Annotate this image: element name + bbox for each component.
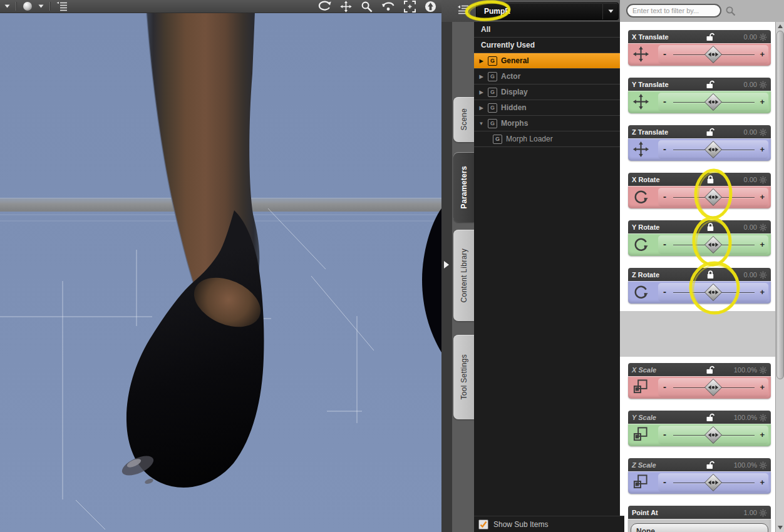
slider-decrement[interactable]: -	[663, 143, 666, 154]
lock-open-icon[interactable]	[706, 365, 716, 377]
collapsed-triangle-icon[interactable]: ▶	[478, 58, 484, 64]
viewport-3d[interactable]	[0, 13, 441, 532]
slider-handle[interactable]	[704, 45, 723, 64]
gear-icon[interactable]	[759, 508, 767, 516]
lock-closed-icon[interactable]	[706, 270, 715, 282]
slider-handle[interactable]	[704, 473, 723, 492]
lock-open-icon[interactable]	[706, 79, 716, 91]
gear-icon[interactable]	[759, 413, 767, 421]
slider-increment[interactable]: +	[760, 145, 765, 154]
collapsed-triangle-icon[interactable]: ▶	[478, 74, 484, 79]
gear-icon[interactable]	[759, 461, 767, 469]
category-hidden[interactable]: ▶GHidden	[474, 100, 620, 116]
collapsed-triangle-icon[interactable]: ▶	[478, 90, 484, 95]
lock-closed-icon[interactable]	[706, 175, 715, 187]
category-morph-loader[interactable]: GMorph Loader	[474, 131, 620, 147]
search-icon[interactable]	[725, 6, 736, 19]
zoom-camera-icon[interactable]	[361, 0, 373, 13]
category-currently-used[interactable]: Currently Used	[474, 38, 620, 53]
slider-decrement[interactable]: -	[663, 238, 666, 249]
gear-icon[interactable]	[759, 80, 767, 88]
dropdown-caret-icon[interactable]	[38, 0, 44, 13]
scroll-down-icon[interactable]	[778, 526, 783, 529]
lock-open-icon[interactable]	[706, 127, 716, 139]
gear-icon[interactable]	[759, 366, 767, 374]
parameter-value[interactable]: 0.00	[744, 33, 759, 41]
slider-decrement[interactable]: -	[663, 48, 666, 59]
pan-camera-icon[interactable]	[340, 0, 352, 13]
tab-parameters[interactable]: Parameters	[453, 152, 474, 222]
slider-increment[interactable]: +	[760, 49, 765, 59]
pane-options-icon[interactable]	[456, 5, 469, 18]
category-all[interactable]: All	[474, 22, 620, 38]
gear-icon[interactable]	[759, 270, 767, 279]
parameters-pane-header: PumpR	[441, 0, 620, 22]
parameter-value[interactable]: 100.0%	[734, 414, 759, 421]
parameter-value[interactable]: 1.00	[744, 509, 759, 516]
expanded-triangle-icon[interactable]: ▼	[478, 121, 484, 126]
parameter-header: Y Translate0.00	[628, 78, 771, 91]
lock-closed-icon[interactable]	[706, 222, 715, 234]
gear-icon[interactable]	[759, 33, 767, 41]
node-selector-dropdown[interactable]: PumpR	[476, 3, 619, 20]
slider-handle[interactable]	[704, 235, 723, 254]
aim-camera-icon[interactable]	[425, 0, 436, 13]
slider-increment[interactable]: +	[760, 430, 765, 439]
point-at-none-button[interactable]: None...	[631, 523, 768, 532]
dropdown-caret-icon[interactable]	[602, 3, 618, 19]
parameter-value[interactable]: 0.00	[744, 223, 759, 231]
point-at-parameter-card: Point At 1.00 None...	[628, 506, 771, 532]
category-general[interactable]: ▶GGeneral	[474, 53, 620, 69]
lock-open-icon[interactable]	[706, 412, 716, 424]
gear-icon[interactable]	[759, 128, 767, 136]
parameter-header: X Scale100.0%	[628, 363, 771, 376]
collapsed-triangle-icon[interactable]: ▶	[478, 105, 484, 111]
slider-pane-scrollbar[interactable]	[775, 22, 784, 532]
slider-handle[interactable]	[704, 378, 723, 397]
filter-input[interactable]	[626, 4, 721, 18]
slider-increment[interactable]: +	[760, 382, 765, 392]
draw-style-list-icon[interactable]	[56, 0, 68, 13]
lock-open-icon[interactable]	[706, 460, 716, 472]
category-actor[interactable]: ▶GActor	[474, 69, 620, 84]
slider-decrement[interactable]: -	[663, 476, 666, 487]
parameter-value[interactable]: 0.00	[744, 176, 759, 183]
pane-collapse-arrow-icon[interactable]	[444, 261, 449, 269]
dropdown-caret-icon[interactable]	[4, 0, 10, 13]
show-sub-items-checkbox[interactable]	[478, 519, 488, 529]
parameter-value[interactable]: 100.0%	[734, 366, 759, 374]
slider-increment[interactable]: +	[760, 192, 765, 202]
slider-handle[interactable]	[704, 93, 723, 111]
slider-handle[interactable]	[704, 140, 723, 159]
category-morphs[interactable]: ▼GMorphs	[474, 116, 620, 131]
parameter-value[interactable]: 0.00	[744, 81, 759, 88]
slider-increment[interactable]: +	[760, 97, 765, 106]
slider-decrement[interactable]: -	[663, 429, 666, 439]
scroll-up-icon[interactable]	[778, 24, 783, 28]
frame-selection-icon[interactable]	[404, 0, 416, 13]
slider-decrement[interactable]: -	[663, 381, 666, 392]
gear-icon[interactable]	[759, 175, 767, 183]
rotate-camera-icon[interactable]	[381, 0, 395, 13]
parameter-value[interactable]: 0.00	[744, 271, 759, 279]
tab-scene[interactable]: Scene	[453, 97, 474, 142]
gear-icon[interactable]	[759, 223, 767, 231]
tab-content-library[interactable]: Content Library	[453, 230, 474, 321]
slider-decrement[interactable]: -	[663, 191, 666, 202]
tab-tool-settings[interactable]: Tool Settings	[453, 335, 474, 419]
parameter-value[interactable]: 0.00	[744, 128, 759, 136]
shaded-sphere-icon[interactable]	[23, 0, 33, 13]
slider-handle[interactable]	[704, 426, 723, 444]
slider-increment[interactable]: +	[760, 287, 765, 297]
slider-handle[interactable]	[704, 188, 723, 207]
lock-open-icon[interactable]	[706, 32, 716, 44]
slider-decrement[interactable]: -	[663, 286, 666, 297]
slider-handle[interactable]	[704, 283, 723, 302]
slider-decrement[interactable]: -	[663, 96, 666, 106]
parameter-value[interactable]: 100.0%	[734, 461, 759, 469]
scrollbar-thumb[interactable]	[776, 31, 784, 379]
orbit-camera-icon[interactable]	[317, 0, 331, 13]
category-display[interactable]: ▶GDisplay	[474, 84, 620, 100]
slider-increment[interactable]: +	[760, 478, 765, 487]
slider-increment[interactable]: +	[760, 240, 765, 249]
